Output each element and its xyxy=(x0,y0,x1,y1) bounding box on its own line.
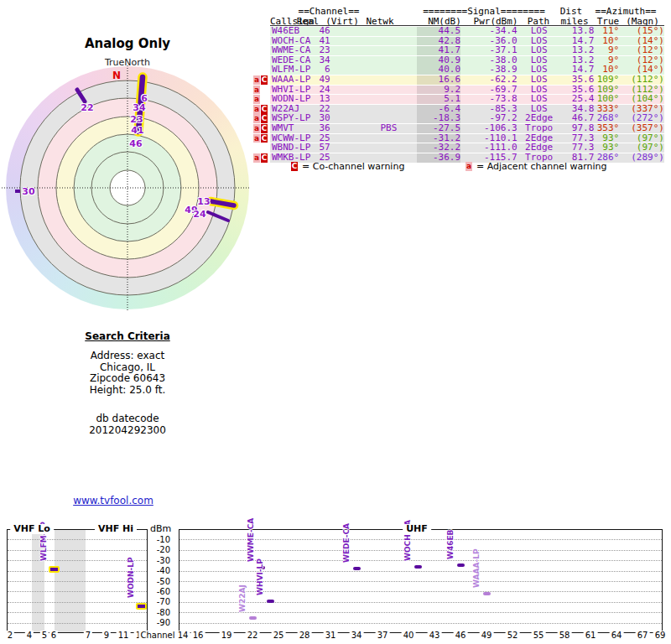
db-datecode-line: db datecode xyxy=(27,413,228,425)
station-callsign-label: W22AJ xyxy=(238,584,247,612)
station-marker xyxy=(249,616,257,620)
channel-tick-label: 4 xyxy=(25,631,34,640)
search-criteria-line: Address: exact xyxy=(27,351,228,362)
co-channel-warning-icon: C xyxy=(261,75,268,85)
cell-netwk xyxy=(361,86,418,95)
search-criteria-line: Height: 25.0 ft. xyxy=(27,385,228,397)
cell-virt xyxy=(330,37,361,46)
gridline xyxy=(8,539,147,540)
cell-magn: (289°) xyxy=(619,153,664,163)
channel-tick-label: 46 xyxy=(454,631,468,640)
channel-tick-label: 2 xyxy=(6,631,14,640)
header-azimuth-group: ==Azimuth== xyxy=(596,7,657,16)
cell-virt xyxy=(330,114,361,123)
adjacent-warning-icon: a xyxy=(253,105,260,114)
station-callsign-label: WAAA-LP xyxy=(472,549,481,589)
cell-virt xyxy=(330,75,361,85)
station-marker xyxy=(267,600,274,603)
channel-tick-label: 55 xyxy=(532,631,546,640)
station-callsign-label: WEDE-CA xyxy=(342,523,351,563)
adjacent-channel-warning-icon: a xyxy=(466,162,472,171)
cell-netwk xyxy=(361,46,418,55)
dbm-tick-label: -90 xyxy=(148,618,170,627)
col-real: Real xyxy=(297,17,320,26)
adjacent-warning-icon: a xyxy=(253,124,260,133)
col-nm: NM(dB) xyxy=(428,17,461,26)
channel-tick-label: 61 xyxy=(584,631,598,640)
station-marker xyxy=(353,567,361,570)
col-virt: (Virt) xyxy=(325,17,359,26)
co-channel-warning-icon: C xyxy=(261,153,268,163)
dbm-tick-label: -30 xyxy=(148,556,170,565)
cell-netwk xyxy=(361,95,418,104)
adjacent-warning-icon: a xyxy=(253,95,260,104)
col-pwr: Pwr(dBm) xyxy=(474,17,518,26)
station-callsign-label: WODN-LP xyxy=(127,557,136,598)
cell-netwk xyxy=(361,27,418,36)
polar-channel-label: 46 xyxy=(129,138,142,149)
tvfool-report: 6342341462230134924 Analog Only TrueNort… xyxy=(0,0,671,644)
co-channel-warning-icon: C xyxy=(261,124,268,133)
search-criteria-line: Zipcode 60643 xyxy=(27,373,228,385)
gridline xyxy=(179,602,662,603)
channel-tick-label: 58 xyxy=(558,631,572,640)
band-label: VHF Hi xyxy=(95,524,137,534)
gridline xyxy=(179,581,662,582)
cell-netwk xyxy=(361,75,418,85)
dbm-axis-label: dBm xyxy=(150,523,171,534)
col-magn: (Magn) xyxy=(626,17,659,26)
gridline xyxy=(8,602,147,603)
tvfool-link[interactable]: www.tvfool.com xyxy=(73,495,153,506)
cell-virt xyxy=(330,143,361,153)
adjacent-warning-icon: a xyxy=(253,75,260,85)
channel-tick-label: 43 xyxy=(428,631,442,640)
co-channel-warning-icon: C xyxy=(261,105,268,114)
cell-virt xyxy=(330,105,361,114)
cell-netwk xyxy=(361,143,418,153)
polar-channel-label: 24 xyxy=(193,209,205,220)
co-channel-warning-icon: C xyxy=(261,134,268,143)
cell-nm: -36.9 xyxy=(417,153,460,163)
band-label: VHF Lo xyxy=(10,524,54,534)
cell-netwk: PBS xyxy=(361,124,418,133)
dbm-tick-label: -20 xyxy=(148,545,170,554)
station-callsign-label: WWME-CA xyxy=(247,518,256,562)
channel-tick-label: 7 xyxy=(84,631,92,640)
station-marker xyxy=(414,565,422,569)
adjacent-warning-icon: a xyxy=(253,134,260,143)
channel-tick-label: 49 xyxy=(480,631,494,640)
co-channel-legend-text: = Co-channel warning xyxy=(302,162,404,172)
polar-channel-label: 22 xyxy=(81,102,93,113)
dbm-tick-label: -60 xyxy=(148,587,170,596)
true-north-label: TrueNorth xyxy=(105,57,150,68)
adjacent-warning-icon: a xyxy=(253,114,260,123)
polar-plot xyxy=(2,57,253,319)
header-dist-group: Dist xyxy=(560,7,583,16)
table-row: aCWWME-CA2341.7-37.1LOS13.29°(12°) xyxy=(253,46,669,55)
adjacent-warning-icon: a xyxy=(253,86,260,95)
dbm-tick-label: -70 xyxy=(148,597,170,606)
dbm-tick-label: -40 xyxy=(148,566,170,575)
cell-virt xyxy=(330,95,361,104)
dbm-tick-label: -50 xyxy=(148,577,170,586)
channel-tick-label: 9 xyxy=(102,631,111,640)
cell-virt xyxy=(330,56,361,65)
channel-tick-label: 25 xyxy=(272,631,286,640)
channel-tick-label: 67 xyxy=(636,631,650,640)
channel-tick-label: 40 xyxy=(402,631,416,640)
channel-tick-label: 19 xyxy=(220,631,234,640)
gridline xyxy=(179,623,662,624)
col-true: True xyxy=(597,17,620,26)
cell-netwk xyxy=(361,65,418,75)
gridline xyxy=(179,571,662,572)
gridline xyxy=(179,612,662,613)
channel-axis-label: Channel xyxy=(138,631,176,640)
gridline xyxy=(8,612,147,613)
channel-tick-label: 5 xyxy=(40,631,49,640)
dbm-tick-label: -10 xyxy=(148,535,170,544)
north-marker: N xyxy=(112,70,121,81)
co-channel-warning-icon: C xyxy=(291,162,298,171)
header-signal-group: ========Signal======== xyxy=(423,7,545,16)
col-miles: miles xyxy=(560,17,588,26)
station-marker xyxy=(136,603,147,610)
